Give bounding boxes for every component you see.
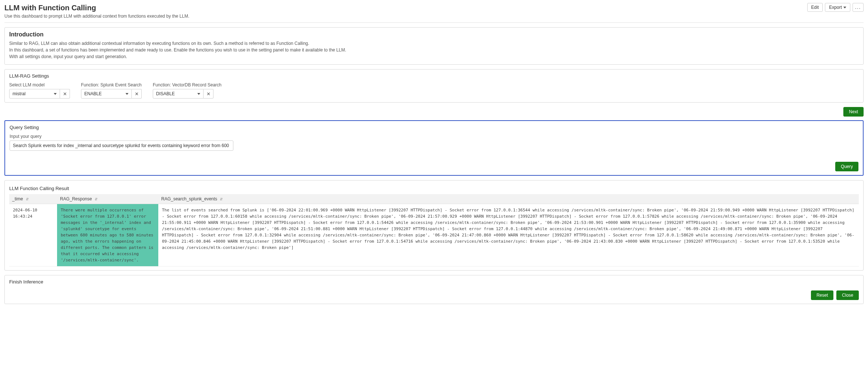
settings-panel: LLM-RAG Settings Select LLM model mistra…: [4, 69, 864, 103]
query-input-label: Input your query: [10, 134, 858, 139]
introduction-panel: Introduction Similar to RAG, LLM can als…: [4, 27, 864, 65]
model-select-field[interactable]: mistral: [9, 89, 60, 99]
cell-rag-response: There were multiple occurrences of 'Sock…: [57, 204, 158, 267]
more-actions-button[interactable]: ...: [853, 3, 864, 12]
page-header: LLM with Function Calling Use this dashb…: [4, 3, 864, 23]
model-select-clear[interactable]: ✕: [60, 89, 70, 99]
setting-fn2-group: Function: VectorDB Record Search DISABLE…: [153, 82, 222, 99]
introduction-heading: Introduction: [9, 31, 859, 38]
fn2-select: DISABLE ✕: [153, 89, 222, 99]
fn2-select-value: DISABLE: [156, 91, 175, 96]
caret-down-icon: [197, 93, 200, 95]
next-button-row: Next: [4, 107, 864, 117]
results-col-resp-label: RAG_Response: [60, 196, 92, 201]
setting-fn2-label: Function: VectorDB Record Search: [153, 82, 222, 88]
query-input[interactable]: [10, 140, 233, 151]
export-button-label: Export: [829, 5, 842, 10]
query-panel: Query Setting Input your query Query: [4, 120, 864, 176]
export-button[interactable]: Export: [825, 3, 850, 12]
edit-button[interactable]: Edit: [807, 3, 823, 12]
introduction-text-3: With all settings done, input your query…: [9, 54, 859, 59]
finish-panel: Finish Inference Reset Close: [4, 275, 864, 304]
fn1-select-clear[interactable]: ✕: [132, 89, 142, 99]
finish-button-row: Reset Close: [9, 290, 859, 300]
table-row: 2024-06-10 16:43:24 There were multiple …: [9, 204, 859, 267]
cell-rag-events: The list of events searched from Splunk …: [158, 204, 859, 267]
caret-down-icon: [843, 7, 846, 8]
results-table: _time ⇵ RAG_Response ⇵ RAG_search_splunk…: [9, 194, 859, 267]
sort-icon: ⇵: [220, 197, 223, 201]
results-col-time-label: _time: [12, 196, 23, 201]
results-col-time[interactable]: _time ⇵: [9, 194, 57, 204]
setting-fn1-group: Function: Splunk Event Search ENABLE ✕: [81, 82, 142, 99]
settings-heading: LLM-RAG Settings: [9, 73, 859, 79]
header-actions: Edit Export ...: [807, 3, 864, 12]
results-heading: LLM Function Calling Result: [9, 186, 859, 191]
query-heading: Query Setting: [10, 125, 858, 130]
close-button[interactable]: Close: [836, 290, 859, 300]
setting-fn1-label: Function: Splunk Event Search: [81, 82, 142, 88]
next-button[interactable]: Next: [843, 107, 864, 117]
fn1-select: ENABLE ✕: [81, 89, 142, 99]
page-title: LLM with Function Calling: [4, 4, 864, 12]
fn2-select-clear[interactable]: ✕: [204, 89, 214, 99]
results-col-events[interactable]: RAG_search_splunk_events ⇵: [158, 194, 859, 204]
results-col-resp[interactable]: RAG_Response ⇵: [57, 194, 158, 204]
caret-down-icon: [54, 93, 57, 95]
finish-heading: Finish Inference: [9, 279, 859, 285]
query-footer: Query: [10, 162, 858, 171]
page-subtitle: Use this dashboard to prompt LLM with ad…: [4, 14, 864, 19]
setting-model-label: Select LLM model: [9, 82, 70, 88]
query-button[interactable]: Query: [835, 162, 858, 171]
close-icon: ✕: [63, 91, 67, 97]
query-input-group: Input your query: [10, 134, 858, 151]
introduction-text-2: In this dashboard, a set of functions ha…: [9, 47, 859, 53]
results-header-row: _time ⇵ RAG_Response ⇵ RAG_search_splunk…: [9, 194, 859, 204]
settings-row: Select LLM model mistral ✕ Function: Spl…: [9, 82, 859, 99]
results-panel: LLM Function Calling Result _time ⇵ RAG_…: [4, 180, 864, 271]
fn2-select-field[interactable]: DISABLE: [153, 89, 204, 99]
sort-icon: ⇵: [95, 197, 98, 201]
setting-model-group: Select LLM model mistral ✕: [9, 82, 70, 99]
introduction-text-1: Similar to RAG, LLM can also obtain addi…: [9, 41, 859, 46]
reset-button[interactable]: Reset: [811, 290, 833, 300]
results-col-events-label: RAG_search_splunk_events: [161, 196, 217, 201]
sort-icon: ⇵: [26, 197, 29, 201]
model-select-value: mistral: [13, 91, 25, 96]
caret-down-icon: [126, 93, 128, 95]
model-select: mistral ✕: [9, 89, 70, 99]
fn1-select-field[interactable]: ENABLE: [81, 89, 132, 99]
cell-time: 2024-06-10 16:43:24: [9, 204, 57, 267]
close-icon: ✕: [207, 91, 211, 97]
close-icon: ✕: [135, 91, 139, 97]
fn1-select-value: ENABLE: [84, 91, 102, 96]
